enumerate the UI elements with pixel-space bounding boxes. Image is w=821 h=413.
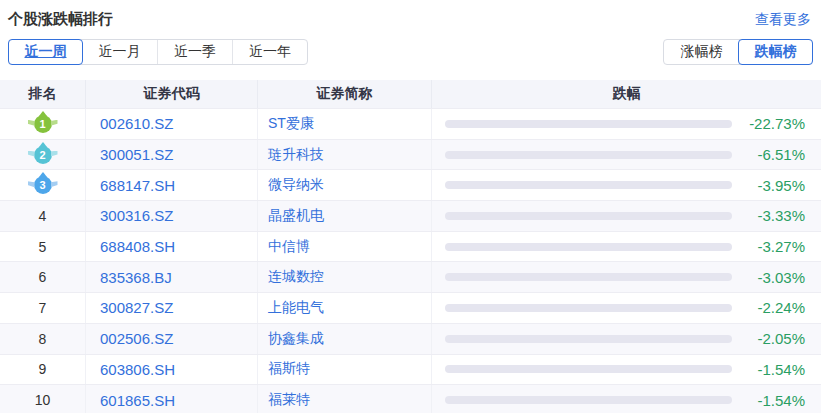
change-bar-track bbox=[445, 212, 732, 220]
column-header-name: 证券简称 bbox=[258, 80, 432, 108]
rank-plain: 9 bbox=[39, 361, 47, 377]
rank-cell: 1 bbox=[0, 109, 86, 139]
rank-plain: 5 bbox=[39, 239, 47, 255]
crown-icon bbox=[39, 142, 47, 147]
stock-code[interactable]: 601865.SH bbox=[86, 385, 258, 413]
view-more-link[interactable]: 查看更多 bbox=[755, 11, 811, 29]
tab-losers-board[interactable]: 跌幅榜 bbox=[738, 39, 813, 65]
rank-number: 3 bbox=[39, 179, 45, 191]
stock-name[interactable]: 连城数控 bbox=[258, 262, 432, 292]
rank-medal-icon: 2 bbox=[34, 146, 52, 164]
change-cell: -3.27% bbox=[432, 232, 821, 262]
stock-code[interactable]: 002610.SZ bbox=[86, 109, 258, 139]
change-bar-track bbox=[445, 243, 732, 251]
rank-plain: 8 bbox=[39, 331, 47, 347]
rank-plain: 6 bbox=[39, 269, 47, 285]
table-body: 1 002610.SZ ST爱康 -22.73% 2 300051.SZ 琏升科… bbox=[0, 108, 821, 413]
tab-period-week[interactable]: 近一周 bbox=[8, 39, 83, 65]
table-row[interactable]: 8 002506.SZ 协鑫集成 -2.05% bbox=[0, 323, 821, 354]
change-value: -3.03% bbox=[757, 269, 805, 286]
stock-code[interactable]: 603806.SH bbox=[86, 355, 258, 385]
tab-gainers-board[interactable]: 涨幅榜 bbox=[664, 40, 739, 64]
stock-code[interactable]: 688147.SH bbox=[86, 170, 258, 200]
rank-cell: 3 bbox=[0, 170, 86, 200]
rank-number: 2 bbox=[39, 149, 45, 161]
stock-code[interactable]: 300827.SZ bbox=[86, 293, 258, 323]
change-bar-track bbox=[445, 335, 732, 343]
change-value: -3.33% bbox=[757, 207, 805, 224]
rank-cell: 8 bbox=[0, 324, 86, 354]
tab-period-quarter[interactable]: 近一季 bbox=[157, 40, 232, 64]
tab-label: 跌幅榜 bbox=[755, 43, 797, 61]
tab-period-month[interactable]: 近一月 bbox=[82, 40, 157, 64]
tab-label: 近一季 bbox=[174, 43, 216, 61]
stock-name[interactable]: 福斯特 bbox=[258, 355, 432, 385]
stock-code[interactable]: 835368.BJ bbox=[86, 262, 258, 292]
change-cell: -6.51% bbox=[432, 140, 821, 170]
crown-icon bbox=[39, 172, 47, 177]
board-tab-group: 涨幅榜 跌幅榜 bbox=[663, 39, 813, 65]
rank-plain: 10 bbox=[35, 392, 51, 408]
table-row[interactable]: 1 002610.SZ ST爱康 -22.73% bbox=[0, 108, 821, 139]
change-cell: -3.95% bbox=[432, 170, 821, 200]
table-row[interactable]: 9 603806.SH 福斯特 -1.54% bbox=[0, 354, 821, 385]
change-bar-track bbox=[445, 304, 732, 312]
period-tab-group: 近一周 近一月 近一季 近一年 bbox=[8, 39, 308, 65]
stock-name[interactable]: 中信博 bbox=[258, 232, 432, 262]
stock-code[interactable]: 688408.SH bbox=[86, 232, 258, 262]
controls-bar: 近一周 近一月 近一季 近一年 涨幅榜 跌幅榜 bbox=[8, 39, 813, 65]
stock-name[interactable]: 微导纳米 bbox=[258, 170, 432, 200]
change-bar-track bbox=[445, 396, 732, 404]
change-cell: -2.05% bbox=[432, 324, 821, 354]
change-bar-track bbox=[445, 151, 732, 159]
change-cell: -1.54% bbox=[432, 355, 821, 385]
table-row[interactable]: 6 835368.BJ 连城数控 -3.03% bbox=[0, 261, 821, 292]
change-bar-track bbox=[445, 181, 732, 189]
rank-cell: 2 bbox=[0, 140, 86, 170]
change-cell: -1.54% bbox=[432, 385, 821, 413]
tab-period-year[interactable]: 近一年 bbox=[232, 40, 307, 64]
change-bar-track bbox=[445, 273, 732, 281]
column-header-change: 跌幅 bbox=[432, 80, 821, 108]
rank-medal-icon: 3 bbox=[34, 176, 52, 194]
rank-cell: 7 bbox=[0, 293, 86, 323]
change-cell: -22.73% bbox=[432, 109, 821, 139]
stock-name[interactable]: 晶盛机电 bbox=[258, 201, 432, 231]
table-row[interactable]: 4 300316.SZ 晶盛机电 -3.33% bbox=[0, 200, 821, 231]
stock-code[interactable]: 002506.SZ bbox=[86, 324, 258, 354]
change-cell: -2.24% bbox=[432, 293, 821, 323]
stock-code[interactable]: 300051.SZ bbox=[86, 140, 258, 170]
change-bar-track bbox=[445, 120, 732, 128]
stock-name[interactable]: ST爱康 bbox=[258, 109, 432, 139]
stock-name[interactable]: 福莱特 bbox=[258, 385, 432, 413]
stock-name[interactable]: 协鑫集成 bbox=[258, 324, 432, 354]
ranking-table: 排名 证券代码 证券简称 跌幅 1 002610.SZ ST爱康 -22.73%… bbox=[0, 80, 821, 413]
rank-number: 1 bbox=[39, 118, 45, 130]
rank-cell: 10 bbox=[0, 385, 86, 413]
stock-code[interactable]: 300316.SZ bbox=[86, 201, 258, 231]
column-header-rank: 排名 bbox=[0, 80, 86, 108]
rank-cell: 9 bbox=[0, 355, 86, 385]
rank-cell: 6 bbox=[0, 262, 86, 292]
rank-plain: 7 bbox=[39, 300, 47, 316]
change-cell: -3.33% bbox=[432, 201, 821, 231]
stock-name[interactable]: 琏升科技 bbox=[258, 140, 432, 170]
tab-label: 近一周 bbox=[25, 43, 67, 61]
crown-icon bbox=[39, 111, 47, 116]
change-cell: -3.03% bbox=[432, 262, 821, 292]
change-value: -3.95% bbox=[757, 177, 805, 194]
table-row[interactable]: 10 601865.SH 福莱特 -1.54% bbox=[0, 384, 821, 413]
table-row[interactable]: 2 300051.SZ 琏升科技 -6.51% bbox=[0, 139, 821, 170]
tab-label: 近一年 bbox=[249, 43, 291, 61]
change-value: -2.05% bbox=[757, 330, 805, 347]
stock-name[interactable]: 上能电气 bbox=[258, 293, 432, 323]
tab-label: 近一月 bbox=[99, 43, 141, 61]
rank-plain: 4 bbox=[39, 208, 47, 224]
table-row[interactable]: 5 688408.SH 中信博 -3.27% bbox=[0, 231, 821, 262]
rank-cell: 5 bbox=[0, 232, 86, 262]
top-bar: 个股涨跌幅排行 查看更多 bbox=[0, 0, 821, 29]
change-value: -1.54% bbox=[757, 392, 805, 409]
table-row[interactable]: 7 300827.SZ 上能电气 -2.24% bbox=[0, 292, 821, 323]
table-row[interactable]: 3 688147.SH 微导纳米 -3.95% bbox=[0, 169, 821, 200]
page-title: 个股涨跌幅排行 bbox=[8, 10, 113, 29]
